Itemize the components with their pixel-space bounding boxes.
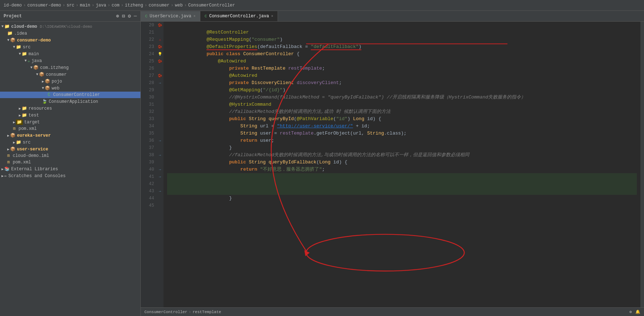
- sidebar-item-src[interactable]: ▼ 📁 src: [0, 44, 140, 51]
- expand-icon: ▶: [13, 120, 15, 124]
- expand-icon: ▼: [7, 38, 9, 42]
- tree-label: src: [23, 45, 31, 50]
- tab-close-icon[interactable]: ×: [193, 14, 196, 18]
- tree-label: External Libraries: [11, 167, 58, 172]
- arrow-icon-28: →: [157, 79, 163, 87]
- code-line-35: return user;: [167, 130, 637, 137]
- expand-icon: ▶: [7, 147, 9, 152]
- sidebar-item-web[interactable]: ▼ 📦 web: [0, 85, 140, 92]
- folder-icon: 📁: [22, 106, 27, 111]
- sidebar-item-eureka[interactable]: ▶ 📦 eureka-server: [0, 132, 140, 139]
- sidebar-item-resources[interactable]: ▶ 📁 resources: [0, 105, 140, 112]
- scratches-icon: ✏: [4, 173, 7, 179]
- tree-label: target: [24, 120, 40, 125]
- tab-consumercont[interactable]: C ConsumerController.java ×: [200, 11, 278, 21]
- module-icon: 📦: [10, 133, 16, 138]
- xml-icon: m: [7, 160, 10, 165]
- code-line-22: @DefaultProperties(defaultFallback = "de…: [167, 36, 637, 43]
- empty-32: [157, 108, 163, 115]
- expand-icon: ▶: [19, 113, 21, 118]
- tab-userservice[interactable]: C UserService.java ×: [141, 11, 200, 21]
- tree-label: consumer: [46, 72, 67, 77]
- gear-icon[interactable]: ⚙: [128, 13, 131, 19]
- empty-35: [157, 130, 163, 137]
- tab-bar: C UserService.java × C ConsumerControlle…: [141, 11, 644, 22]
- code-line-41: public String defaultFallback() {: [167, 173, 637, 180]
- code-line-34: String user = restTemplate.getForObject(…: [167, 123, 637, 130]
- bulb-icon-24[interactable]: 💡: [157, 51, 163, 58]
- sidebar-item-iml[interactable]: m cloud-demo.iml: [0, 153, 140, 159]
- expand-icon: ▼: [42, 86, 44, 90]
- empty-33: [157, 115, 163, 123]
- sidebar-item-consumerapp[interactable]: 🍃 ConsumerApplication: [0, 98, 140, 105]
- sidebar-item-consumer-demo[interactable]: ▼ 📦 consumer-demo: [0, 37, 140, 44]
- tree-label: test: [29, 113, 39, 118]
- empty-30: [157, 94, 163, 101]
- sidebar-item-consumer[interactable]: ▼ 📦 consumer: [0, 71, 140, 78]
- package-icon: 📦: [39, 72, 44, 77]
- sidebar-item-pojo[interactable]: ▶ 📦 pojo: [0, 78, 140, 85]
- minimize-icon[interactable]: —: [134, 13, 137, 19]
- empty-44: [157, 195, 163, 202]
- empty-39: [157, 159, 163, 166]
- tree-label: ConsumerApplication: [49, 99, 98, 104]
- sidebar-item-scratches[interactable]: ▶ ✏ Scratches and Consoles: [0, 172, 140, 179]
- code-line-45: [167, 202, 637, 209]
- tab-close-icon[interactable]: ×: [271, 14, 273, 18]
- code-line-42: return "不好意思，服务器态拥挤了";: [167, 180, 637, 188]
- expand-icon: ▶: [19, 106, 21, 111]
- sidebar-item-external-libs[interactable]: ▶ 📚 External Libraries: [0, 166, 140, 172]
- code-lines[interactable]: @RestController @RequestMapping("consume…: [164, 22, 640, 307]
- sidebar-item-cloud-demo[interactable]: ▼ 📁 cloud-demo D:\IDEAWORK\cloud-demo: [0, 23, 140, 30]
- class-icon: C: [48, 92, 50, 97]
- sidebar-item-main[interactable]: ▼ 📁 main: [0, 51, 140, 57]
- tab-label: UserService.java: [150, 14, 191, 19]
- notifications-icon[interactable]: 🔔: [635, 310, 640, 314]
- folder-icon: 📁: [4, 24, 10, 29]
- bc-10: ConsumerController: [188, 3, 235, 8]
- code-line-31: //fallbackMethod失败的时候调用的方法,成功 时 候默认调用下面的…: [167, 101, 637, 108]
- status-right: ⚙ 🔔: [629, 310, 640, 314]
- tree-label: src: [23, 140, 31, 145]
- sidebar-item-consumercont[interactable]: C ConsumerController: [0, 92, 140, 98]
- tree-label: Scratches and Consoles: [8, 174, 65, 179]
- status-breadcrumb: ConsumerController › restTemplate: [144, 310, 221, 314]
- bc-6: com: [112, 3, 119, 8]
- code-line-21: @RequestMapping("consumer"): [167, 29, 637, 36]
- expand-icon: ▼: [1, 25, 4, 28]
- tree-label: pom.xml: [18, 126, 36, 131]
- tree-label: cloud-demo.iml: [13, 153, 49, 158]
- add-icon[interactable]: ⊕: [116, 13, 119, 19]
- sidebar-item-src-eureka[interactable]: ▶ 📁 src: [0, 139, 140, 146]
- sidebar-item-test[interactable]: ▶ 📁 test: [0, 112, 140, 119]
- code-editor[interactable]: 20 21 22 23 24 25 26 27 28 29 30 31 32 3…: [141, 22, 644, 307]
- sidebar-item-user-service[interactable]: ▶ 📦 user-service: [0, 146, 140, 153]
- sidebar-item-idea[interactable]: 📁 .idea: [0, 30, 140, 37]
- empty-42: [157, 180, 163, 188]
- tree-label: web: [52, 86, 60, 91]
- code-line-43: }: [167, 188, 637, 195]
- scrollbar[interactable]: [640, 22, 644, 307]
- expand-icon: ▶: [1, 167, 4, 171]
- code-line-29: //@HystrixCommand(fallbackMethod = "quer…: [167, 87, 637, 94]
- expand-icon: ▶: [7, 133, 9, 138]
- expand-icon: ▶: [1, 174, 4, 178]
- code-line-33: String url = "http://user-service/user/"…: [167, 115, 637, 123]
- arrow-icon-41: →: [157, 173, 163, 180]
- code-line-20: @RestController: [167, 22, 637, 29]
- tree-label: .idea: [14, 31, 27, 36]
- settings-icon[interactable]: ⚙: [629, 310, 632, 314]
- sidebar-item-pom-root[interactable]: m pom.xml: [0, 159, 140, 166]
- folder-icon: 📁: [16, 44, 21, 50]
- layout-icon[interactable]: ⊟: [122, 13, 125, 19]
- code-line-32: public String queryById(@PathVariable("i…: [167, 108, 637, 115]
- arrow-icon-43: →: [157, 188, 163, 195]
- sidebar-item-target[interactable]: ▶ 📁 target: [0, 119, 140, 126]
- sidebar-item-java[interactable]: ▼ ☕ java: [0, 57, 140, 64]
- sidebar-item-comitzheng[interactable]: ▼ 📦 com.itzheng: [0, 64, 140, 71]
- bean-icon-27: 🫘: [157, 72, 163, 79]
- sidebar-item-pom-consumer[interactable]: m pom.xml: [0, 126, 140, 132]
- code-line-44: [167, 195, 637, 202]
- expand-icon: ▼: [25, 59, 27, 63]
- status-bc-field: restTemplate: [192, 310, 221, 314]
